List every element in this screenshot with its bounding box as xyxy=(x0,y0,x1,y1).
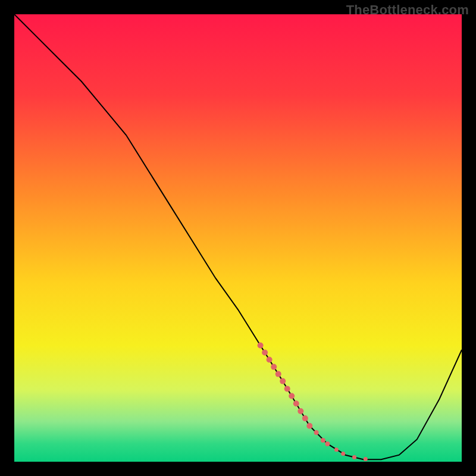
watermark-label: TheBottleneck.com xyxy=(346,2,469,18)
bottleneck-chart xyxy=(14,14,462,462)
highlight-dot xyxy=(284,386,290,392)
highlight-dot xyxy=(302,415,308,421)
chart-frame: TheBottleneck.com xyxy=(0,0,476,476)
highlight-dot xyxy=(271,364,277,370)
highlight-dot xyxy=(275,371,281,377)
highlight-dot xyxy=(289,393,295,399)
highlight-dot xyxy=(280,378,286,384)
highlight-dot xyxy=(306,423,312,429)
highlight-dot xyxy=(262,350,268,356)
highlight-dot xyxy=(364,457,368,461)
highlight-dot xyxy=(341,452,345,456)
plot-area xyxy=(14,14,462,462)
highlight-dot xyxy=(293,400,299,406)
highlight-dot xyxy=(352,455,356,459)
highlight-dot xyxy=(258,343,264,349)
highlight-dot xyxy=(334,447,339,452)
highlight-dot xyxy=(314,430,319,435)
highlight-dot xyxy=(325,441,330,446)
highlight-dot xyxy=(321,438,325,443)
highlight-dot xyxy=(298,408,303,414)
highlight-dot xyxy=(267,357,273,363)
